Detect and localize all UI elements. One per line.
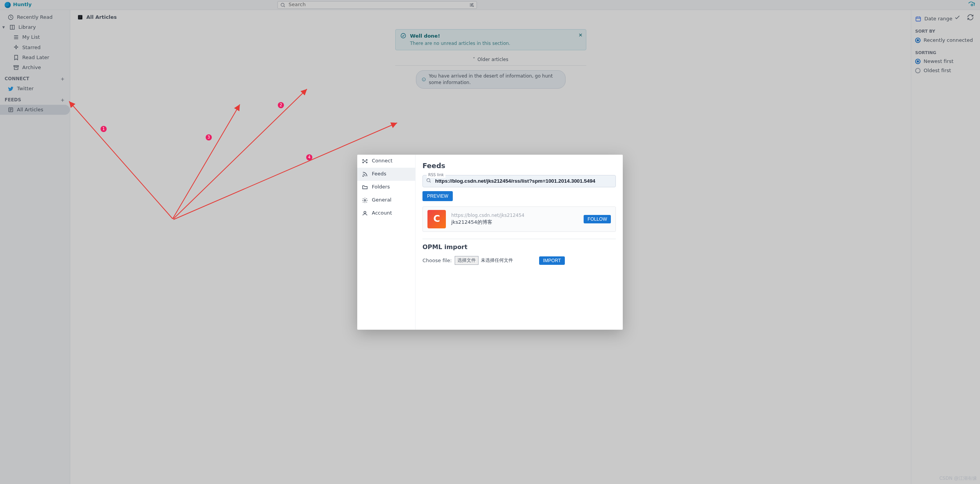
nav-label: General xyxy=(372,197,391,203)
file-pick-button[interactable]: 选择文件 xyxy=(455,256,478,265)
modal-title: Feeds xyxy=(422,161,616,170)
rss-icon xyxy=(362,171,368,177)
choose-file-label: Choose file: xyxy=(422,257,452,264)
modal-nav-folders[interactable]: Folders xyxy=(357,181,415,194)
nav-label: Folders xyxy=(372,183,390,190)
rss-label: RSS link xyxy=(427,172,445,178)
feed-thumb: C xyxy=(427,210,446,228)
svg-point-20 xyxy=(427,178,430,182)
modal-nav-account[interactable]: Account xyxy=(357,207,415,220)
settings-modal: Connect Feeds Folders General Account Fe… xyxy=(357,155,623,330)
button-label: FOLLOW xyxy=(587,216,607,222)
button-label: IMPORT xyxy=(543,258,561,263)
svg-point-16 xyxy=(366,162,367,163)
feed-preview-card: C https://blog.csdn.net/jks212454 jks212… xyxy=(422,206,616,232)
svg-point-18 xyxy=(364,200,366,201)
gear-icon xyxy=(362,197,368,203)
divider xyxy=(422,239,616,239)
button-label: PREVIEW xyxy=(427,193,448,199)
feed-title: jks212454的博客 xyxy=(451,219,525,226)
search-icon xyxy=(426,178,431,183)
annotation-pin-2: 2 xyxy=(278,102,284,108)
svg-point-15 xyxy=(363,162,364,163)
file-input[interactable]: 选择文件 未选择任何文件 xyxy=(455,256,513,265)
annotation-pin-4: 4 xyxy=(306,154,312,160)
modal-nav-connect[interactable]: Connect xyxy=(357,155,415,168)
hub-icon xyxy=(362,158,368,164)
opml-title: OPML import xyxy=(422,243,616,251)
rss-field[interactable]: RSS link xyxy=(422,175,616,187)
nav-label: Feeds xyxy=(372,170,386,177)
annotation-pin-3: 3 xyxy=(206,134,212,140)
annotation-pin-1: 1 xyxy=(101,126,107,132)
opml-row: Choose file: 选择文件 未选择任何文件 IMPORT xyxy=(422,256,616,265)
svg-point-19 xyxy=(364,211,366,213)
svg-point-17 xyxy=(363,175,363,176)
nav-label: Connect xyxy=(372,157,393,164)
folder-icon xyxy=(362,184,368,190)
import-button[interactable]: IMPORT xyxy=(539,256,564,265)
watermark: CSDN @江湖有缘 xyxy=(939,475,977,482)
svg-point-14 xyxy=(366,159,367,160)
rss-input[interactable] xyxy=(434,178,612,184)
svg-point-12 xyxy=(365,160,366,162)
preview-button[interactable]: PREVIEW xyxy=(422,191,453,201)
modal-nav-feeds[interactable]: Feeds xyxy=(357,168,415,181)
follow-button[interactable]: FOLLOW xyxy=(584,215,611,223)
modal-nav-general[interactable]: General xyxy=(357,194,415,207)
nav-label: Account xyxy=(372,210,392,216)
user-icon xyxy=(362,210,368,216)
modal-nav: Connect Feeds Folders General Account xyxy=(357,155,416,330)
svg-point-13 xyxy=(363,159,364,160)
file-state: 未选择任何文件 xyxy=(481,257,513,264)
feed-meta: https://blog.csdn.net/jks212454 jks21245… xyxy=(451,212,525,226)
feed-url: https://blog.csdn.net/jks212454 xyxy=(451,212,525,219)
modal-body: Feeds RSS link PREVIEW C https://blog.cs… xyxy=(416,155,623,330)
